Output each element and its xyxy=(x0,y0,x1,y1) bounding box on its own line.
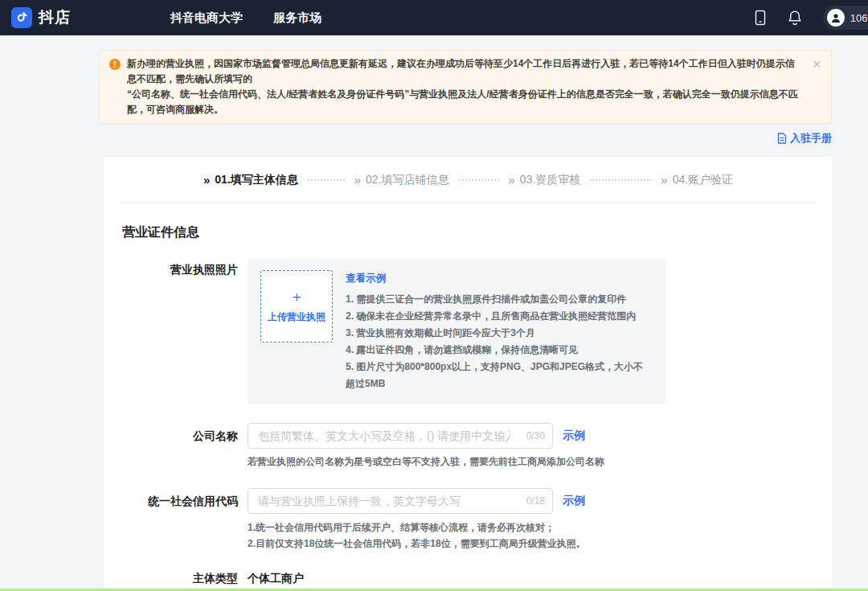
douyin-shop-logo-icon xyxy=(11,7,32,28)
credit-code-helper-1: 1.统一社会信用代码用于后续开户、结算等核心流程，请务必再次核对； xyxy=(248,520,586,535)
upload-instructions: 查看示例 1. 需提供三证合一的营业执照原件扫描件或加盖公司公章的复印件 2. … xyxy=(346,270,653,392)
plus-icon: ＋ xyxy=(289,289,304,304)
warning-icon: ! xyxy=(109,59,121,70)
notification-bell-icon[interactable] xyxy=(788,10,802,26)
main-card: » 01.填写主体信息 » 02.填写店铺信息 » 03.资质审核 » 04.账… xyxy=(104,157,832,591)
view-example-link[interactable]: 查看示例 xyxy=(346,272,386,285)
handbook-link[interactable]: 入驻手册 xyxy=(777,131,832,146)
step-arrow-icon: » xyxy=(661,173,667,187)
step-3-qualification-review: » 03.资质审核 xyxy=(509,173,581,187)
nav-service-market[interactable]: 服务市场 xyxy=(273,10,321,26)
step-dots xyxy=(308,179,345,181)
credit-code-row: 统一社会信用代码 0/18 示例 1.统一社会信用代码用于后续开户、结算等核心流… xyxy=(104,488,832,551)
brand-name: 抖店 xyxy=(39,7,71,28)
banner-text-line1: 新办理的营业执照，因国家市场监督管理总局信息更新有延迟，建议在办理成功后等待至少… xyxy=(127,56,802,87)
upload-license-button[interactable]: ＋ 上传营业执照 xyxy=(260,270,333,343)
instruction-line: 1. 需提供三证合一的营业执照原件扫描件或加盖公司公章的复印件 xyxy=(346,291,653,308)
step-dots xyxy=(459,179,499,181)
handbook-row: 入驻手册 xyxy=(104,131,832,147)
credit-code-example-link[interactable]: 示例 xyxy=(563,494,585,508)
char-counter: 0/30 xyxy=(526,430,545,441)
char-counter: 0/18 xyxy=(526,495,545,507)
step-4-account-verification: » 04.账户验证 xyxy=(661,173,733,187)
license-form: 营业执照照片 ＋ 上传营业执照 查看示例 1. 需提供三证合一的营业执照原件扫描… xyxy=(104,259,832,591)
main-nav: 抖音电商大学 服务市场 xyxy=(170,10,321,26)
credit-code-input[interactable] xyxy=(248,488,553,514)
document-icon xyxy=(777,133,787,144)
user-id: 10659 xyxy=(850,12,868,24)
step-arrow-icon: » xyxy=(354,173,361,187)
step-arrow-icon: » xyxy=(509,173,515,187)
company-name-helper: 若营业执照的公司名称为星号或空白等不支持入驻，需要先前往工商局添加公司名称 xyxy=(248,454,604,469)
brand[interactable]: 抖店 xyxy=(11,7,71,28)
company-name-row: 公司名称 0/30 示例 若营业执照的公司名称为星号或空白等不支持入驻，需要先前… xyxy=(104,423,832,469)
credit-code-helper-2: 2.目前仅支持18位统一社会信用代码，若非18位，需要到工商局升级营业执照。 xyxy=(248,536,586,551)
user-account-button[interactable]: 10659 xyxy=(823,6,868,30)
section-title: 营业证件信息 xyxy=(122,224,832,241)
instruction-line: 5. 图片尺寸为800*800px以上，支持PNG、JPG和JPEG格式，大小不… xyxy=(346,359,653,392)
step-2-fill-shop-info: » 02.填写店铺信息 xyxy=(354,173,449,187)
subject-type-row: 主体类型 个体工商户 xyxy=(104,570,832,586)
notice-banner: ! 新办理的营业执照，因国家市场监督管理总局信息更新有延迟，建议在办理成功后等待… xyxy=(99,50,832,124)
company-name-input[interactable] xyxy=(248,423,553,449)
navbar-right: 10659 xyxy=(754,6,868,30)
license-photo-row: 营业执照照片 ＋ 上传营业执照 查看示例 1. 需提供三证合一的营业执照原件扫描… xyxy=(104,259,832,404)
instruction-line: 2. 确保未在企业经营异常名录中，且所售商品在营业执照经营范围内 xyxy=(346,308,653,325)
handbook-link-label: 入驻手册 xyxy=(790,131,832,146)
divider xyxy=(121,203,816,203)
subject-type-value: 个体工商户 xyxy=(248,570,304,586)
instruction-line: 3. 营业执照有效期截止时间距今应大于3个月 xyxy=(346,325,653,342)
screen: 抖店 抖音电商大学 服务市场 10659 ! 新办理的营业执照，因国家市场监督管… xyxy=(0,0,868,591)
company-name-label: 公司名称 xyxy=(104,423,248,469)
company-name-example-link[interactable]: 示例 xyxy=(563,429,585,443)
step-1-fill-subject-info: » 01.填写主体信息 xyxy=(203,173,298,187)
instruction-line: 4. 露出证件四角，请勿遮挡或模糊，保持信息清晰可见 xyxy=(346,342,653,359)
upload-panel: ＋ 上传营业执照 查看示例 1. 需提供三证合一的营业执照原件扫描件或加盖公司公… xyxy=(248,259,665,404)
subject-type-label: 主体类型 xyxy=(104,570,248,586)
license-photo-label: 营业执照照片 xyxy=(104,259,248,404)
credit-code-label: 统一社会信用代码 xyxy=(104,488,248,551)
close-icon[interactable]: ✕ xyxy=(812,59,821,70)
avatar xyxy=(827,9,845,27)
step-dots xyxy=(590,179,651,181)
top-navbar: 抖店 抖音电商大学 服务市场 10659 xyxy=(0,0,868,35)
nav-ecommerce-university[interactable]: 抖音电商大学 xyxy=(170,10,243,26)
mobile-app-icon[interactable] xyxy=(754,10,767,26)
upload-license-label: 上传营业执照 xyxy=(268,310,326,324)
step-arrow-icon: » xyxy=(203,173,210,187)
banner-text-line2: “公司名称、统一社会信用代码、法人/经营者姓名及身份证件号码”与营业执照及法人/… xyxy=(127,87,802,117)
steps-bar: » 01.填写主体信息 » 02.填写店铺信息 » 03.资质审核 » 04.账… xyxy=(104,157,832,203)
